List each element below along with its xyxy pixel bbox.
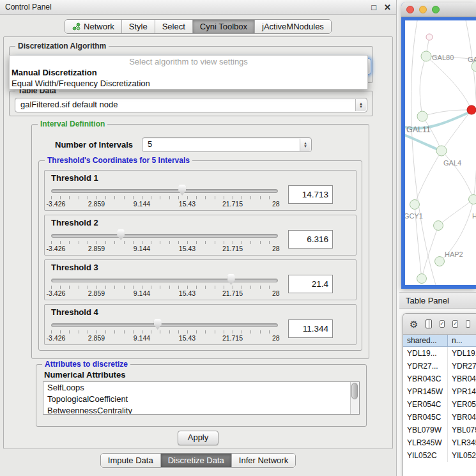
close-window-icon[interactable]: ✕: [384, 3, 391, 12]
cell-name: YDR27...: [448, 360, 476, 372]
threshold-1-value-input[interactable]: [288, 185, 333, 204]
zoom-traffic-light[interactable]: [432, 6, 440, 13]
slider-thumb[interactable]: [227, 274, 235, 285]
dropdown-option-manual[interactable]: Manual Discretization: [10, 67, 367, 78]
node-label-gal80: GAL80: [432, 54, 454, 61]
threshold-4-slider[interactable]: -3.426 2.859 9.144 15.43 21.715 28: [50, 318, 279, 343]
network-node[interactable]: [434, 221, 443, 231]
threshold-2-slider[interactable]: -3.426 2.859 9.144 15.43 21.715 28: [50, 228, 279, 254]
slider-track[interactable]: [51, 323, 278, 327]
table-data-group: Table Data galFiltered.sif default node …: [9, 91, 373, 116]
number-of-intervals-row: Number of Intervals 5 ▲▼: [55, 137, 312, 152]
table-panel-header: Table Panel: [399, 292, 476, 309]
tab-cyni-toolbox-label: Cyni Toolbox: [200, 22, 247, 31]
gear-icon[interactable]: ⚙: [410, 319, 418, 329]
tab-network-label: Network: [84, 22, 114, 31]
tab-jactivemnodules[interactable]: jActiveMNodules: [255, 20, 331, 33]
threshold-2-label: Threshold 2: [50, 218, 351, 227]
scale-label: 9.144: [134, 334, 150, 342]
network-node[interactable]: [469, 195, 476, 204]
tab-select-label: Select: [162, 22, 185, 31]
node-label-hap2: HAP2: [445, 250, 463, 258]
network-node-gal4[interactable]: [436, 146, 447, 156]
scale-label: 9.144: [134, 289, 150, 297]
number-of-intervals-combo[interactable]: 5 ▲▼: [142, 137, 312, 152]
scale-label: 15.43: [179, 334, 196, 342]
slider-track[interactable]: [51, 189, 278, 193]
column-header-name[interactable]: n...: [448, 335, 476, 347]
network-node-gal80[interactable]: [421, 51, 431, 61]
slider-ticks: [51, 330, 278, 334]
tab-jactivemnodules-label: jActiveMNodules: [262, 22, 324, 31]
network-node-gal11[interactable]: [417, 111, 427, 121]
threshold-2-value-input[interactable]: [288, 230, 333, 249]
network-view-window: GAL80 GA GAL11 GAL4 GCY1 HAP2 H: [401, 3, 476, 289]
list-item-topologicalcoefficient[interactable]: TopologicalCoefficient: [43, 394, 359, 405]
network-node[interactable]: [417, 274, 427, 284]
bottom-tabset: Impute Data Discretize Data Infer Networ…: [100, 453, 296, 468]
minimize-traffic-light[interactable]: [419, 6, 427, 13]
tab-impute-data-label: Impute Data: [108, 456, 153, 465]
network-node-red-selected[interactable]: [467, 105, 476, 114]
threshold-3-slider[interactable]: -3.426 2.859 9.144 15.43 21.715 28: [50, 273, 279, 298]
tab-style[interactable]: Style: [122, 20, 155, 33]
tab-infer-network[interactable]: Infer Network: [232, 454, 295, 467]
close-traffic-light[interactable]: [406, 6, 414, 13]
slider-thumb[interactable]: [154, 319, 162, 330]
table-row[interactable]: YLR345W YLR345W: [403, 436, 476, 449]
list-item-selfloops[interactable]: SelfLoops: [43, 382, 359, 394]
tab-cyni-toolbox[interactable]: Cyni Toolbox: [193, 20, 255, 33]
table-panel-window: ⚙ ✓ ✓ shared... n... YDL19... YDL19... Y…: [403, 313, 476, 476]
top-tabset: Network Style Select Cyni Toolbox jActiv…: [65, 19, 332, 34]
cell-shared-name: YBR045C: [403, 411, 448, 424]
threshold-3-value-input[interactable]: [288, 275, 333, 293]
network-node[interactable]: [426, 34, 433, 40]
threshold-1-slider[interactable]: -3.426 2.859 9.144 15.43 21.715 28: [50, 183, 279, 209]
column-header-shared-name[interactable]: shared...: [403, 335, 448, 347]
scale-label: -3.426: [47, 289, 66, 297]
table-data-combo[interactable]: galFiltered.sif default node ▲▼: [15, 98, 367, 112]
threshold-3-label: Threshold 3: [50, 263, 351, 272]
slider-thumb[interactable]: [117, 229, 125, 240]
list-item-betweennesscentrality[interactable]: BetweennessCentrality: [43, 405, 359, 415]
threshold-panel-3: Threshold 3 -3.426 2.859 9.144 1: [44, 259, 357, 300]
apply-button[interactable]: Apply: [178, 431, 219, 445]
slider-ticks: [51, 196, 278, 199]
table-row[interactable]: YIL052C YIL052C: [403, 449, 476, 462]
threshold-4-value-input[interactable]: [288, 319, 333, 338]
table-row[interactable]: YDL19... YDL19...: [403, 347, 476, 360]
table-row[interactable]: YBR043C YBR043C: [403, 372, 476, 385]
dropdown-option-equal-width[interactable]: Equal Width/Frequency Discretization: [10, 78, 367, 89]
slider-ticks: [51, 286, 278, 289]
network-canvas[interactable]: GAL80 GA GAL11 GAL4 GCY1 HAP2 H: [405, 20, 476, 285]
tab-select[interactable]: Select: [155, 20, 193, 33]
slider-track[interactable]: [51, 279, 278, 282]
checkbox-icon[interactable]: [466, 320, 470, 328]
slider-thumb[interactable]: [178, 185, 186, 196]
table-row[interactable]: YER054C YER054C: [403, 398, 476, 411]
tab-discretize-data[interactable]: Discretize Data: [161, 454, 232, 467]
list-scrollbar-thumb[interactable]: [351, 383, 358, 399]
network-node-hap2[interactable]: [435, 257, 445, 266]
control-panel-titlebar: Control Panel □ ✕: [0, 0, 396, 15]
threshold-4-label: Threshold 4: [50, 307, 351, 317]
table-row[interactable]: YBL079W YBL079W: [403, 424, 476, 436]
threshold-1-label: Threshold 1: [50, 173, 351, 183]
list-scrollbar[interactable]: [350, 382, 359, 414]
scale-label: -3.426: [47, 334, 66, 342]
table-row[interactable]: YPR145W YPR145W: [403, 385, 476, 398]
checkbox-icon[interactable]: ✓: [452, 320, 458, 328]
threshold-panel-4: Threshold 4 -3.426 2.859 9.144 1: [44, 304, 357, 345]
network-icon: [72, 22, 81, 31]
network-node-gcy1[interactable]: [410, 200, 420, 210]
attributes-group: Attributes to discretize Numerical Attri…: [36, 364, 367, 427]
table-row[interactable]: YDR27... YDR27...: [403, 360, 476, 372]
checkbox-icon[interactable]: ✓: [440, 320, 445, 328]
columns-icon[interactable]: [426, 319, 431, 328]
slider-track[interactable]: [51, 234, 278, 238]
tab-impute-data[interactable]: Impute Data: [101, 454, 161, 467]
table-row[interactable]: YBR045C YBR045C: [403, 411, 476, 424]
float-window-icon[interactable]: □: [371, 3, 376, 12]
tab-network[interactable]: Network: [65, 20, 122, 33]
cell-name: YER054C: [448, 398, 476, 411]
